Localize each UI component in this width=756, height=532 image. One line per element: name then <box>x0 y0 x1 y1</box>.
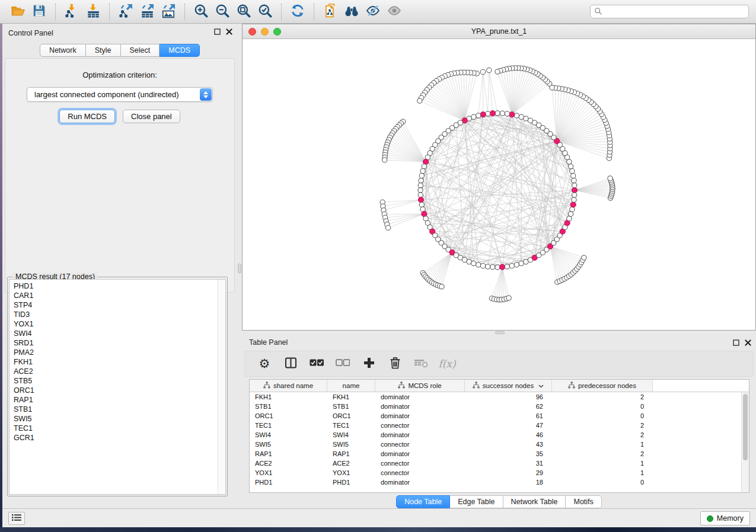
clone-network-button[interactable] <box>320 3 341 21</box>
column-header-successor-nodes[interactable]: successor nodes <box>465 380 552 392</box>
table-row[interactable]: RAP1RAP1dominator352 <box>250 449 741 459</box>
mcds-result-item[interactable]: ACE2 <box>14 367 217 376</box>
run-mcds-button[interactable]: Run MCDS <box>59 110 115 123</box>
network-node[interactable] <box>570 169 575 174</box>
table-row[interactable]: ORC1ORC1dominator610 <box>250 411 741 421</box>
network-node[interactable] <box>471 114 476 119</box>
delete-column-button[interactable] <box>386 355 404 373</box>
mcds-result-item[interactable]: SRD1 <box>14 338 217 348</box>
mcds-node[interactable] <box>490 111 495 116</box>
tab-node-table[interactable]: Node Table <box>396 495 450 508</box>
network-node[interactable] <box>528 118 532 123</box>
mcds-result-item[interactable]: SWI5 <box>14 414 217 424</box>
mcds-result-item[interactable]: FKH1 <box>14 357 217 367</box>
vertical-splitter[interactable] <box>237 24 242 508</box>
network-node[interactable] <box>495 111 500 116</box>
export-image-button[interactable] <box>158 3 179 21</box>
delete-table-button[interactable] <box>412 355 430 373</box>
column-header-MCDS-role[interactable]: MCDS role <box>375 380 465 392</box>
mcds-result-item[interactable]: CAR1 <box>14 291 217 300</box>
network-node[interactable] <box>462 258 467 262</box>
show-all-button[interactable] <box>384 3 405 21</box>
network-node[interactable] <box>419 178 423 183</box>
network-node[interactable] <box>509 264 514 268</box>
close-panel-icon[interactable] <box>745 339 751 346</box>
network-node[interactable] <box>481 264 486 268</box>
network-node[interactable] <box>519 114 524 119</box>
export-network-button[interactable] <box>115 3 136 21</box>
network-node[interactable] <box>418 183 423 188</box>
network-node[interactable] <box>495 265 500 270</box>
tab-style[interactable]: Style <box>86 44 121 57</box>
close-panel-icon[interactable] <box>226 28 232 35</box>
splitter-grip[interactable] <box>238 264 241 273</box>
tab-network-table[interactable]: Network Table <box>503 495 566 508</box>
float-panel-icon[interactable] <box>214 28 221 35</box>
network-node[interactable] <box>423 216 428 221</box>
splitter-grip[interactable] <box>495 331 505 334</box>
network-node[interactable] <box>569 164 573 169</box>
open-session-button[interactable] <box>7 3 28 21</box>
mcds-node[interactable] <box>572 187 577 193</box>
mcds-result-item[interactable]: TID3 <box>14 310 217 319</box>
hide-selected-button[interactable] <box>362 3 384 21</box>
tab-network[interactable]: Network <box>40 44 86 57</box>
close-panel-button[interactable]: Close panel <box>123 110 180 123</box>
table-row[interactable]: PHD1PHD1dominator180 <box>250 477 741 487</box>
table-row[interactable]: SWI4SWI4dominator462 <box>250 430 741 440</box>
table-row[interactable]: YOX1YOX1connector291 <box>250 468 741 477</box>
network-node[interactable] <box>514 113 519 118</box>
save-session-button[interactable] <box>28 3 50 21</box>
network-node[interactable] <box>490 265 495 270</box>
mcds-result-item[interactable]: PMA2 <box>14 348 217 357</box>
mcds-result-item[interactable]: STP4 <box>14 300 217 310</box>
mcds-result-item[interactable]: RAP1 <box>14 395 217 405</box>
optimization-select[interactable]: largest connected component (undirected) <box>27 87 213 102</box>
zoom-fit-button[interactable] <box>233 3 254 21</box>
network-node[interactable] <box>569 211 573 216</box>
mcds-result-item[interactable]: STB5 <box>14 376 217 386</box>
network-canvas[interactable] <box>243 39 755 330</box>
network-node[interactable] <box>422 164 426 169</box>
network-node[interactable] <box>418 193 423 197</box>
network-node[interactable] <box>500 111 505 116</box>
tab-edge-table[interactable]: Edge Table <box>450 495 503 508</box>
export-table-button[interactable] <box>136 3 158 21</box>
table-row[interactable]: STB1STB1dominator620 <box>250 402 741 411</box>
import-table-button[interactable] <box>82 3 104 21</box>
network-node[interactable] <box>570 207 575 211</box>
network-node[interactable] <box>524 116 528 121</box>
mcds-result-item[interactable]: SWI4 <box>14 329 217 338</box>
network-node[interactable] <box>519 261 524 266</box>
import-network-button[interactable] <box>61 3 82 21</box>
table-settings-button[interactable]: ⚙ <box>256 355 273 373</box>
network-node[interactable] <box>505 111 509 116</box>
mcds-node[interactable] <box>509 112 515 117</box>
memory-button[interactable]: Memory <box>700 511 750 525</box>
network-node[interactable] <box>419 174 424 178</box>
mcds-result-item[interactable]: GCR1 <box>14 433 217 443</box>
tab-mcds[interactable]: MCDS <box>160 44 200 57</box>
mcds-node[interactable] <box>570 202 576 207</box>
mcds-result-item[interactable]: YOX1 <box>14 319 217 329</box>
tab-select[interactable]: Select <box>121 44 160 57</box>
function-builder-button[interactable]: f(x) <box>438 355 456 373</box>
deselect-all-button[interactable] <box>334 355 352 373</box>
network-node[interactable] <box>572 183 577 188</box>
scrollbar-thumb[interactable] <box>743 394 748 460</box>
network-node[interactable] <box>476 262 481 267</box>
float-panel-icon[interactable] <box>733 339 739 346</box>
search-input[interactable] <box>590 5 749 18</box>
network-node[interactable] <box>486 264 490 269</box>
zoom-selected-button[interactable] <box>254 3 276 21</box>
column-header-predecessor-nodes[interactable]: predecessor nodes <box>552 380 653 392</box>
task-history-button[interactable] <box>8 512 25 525</box>
zoom-in-button[interactable] <box>190 3 212 21</box>
network-node[interactable] <box>486 111 490 116</box>
mcds-node[interactable] <box>480 112 486 117</box>
mcds-result-item[interactable]: STB1 <box>14 405 217 414</box>
add-column-button[interactable] <box>360 355 378 373</box>
network-node[interactable] <box>418 188 423 193</box>
select-all-button[interactable] <box>308 355 326 373</box>
mcds-result-item[interactable]: TEC1 <box>14 424 217 433</box>
